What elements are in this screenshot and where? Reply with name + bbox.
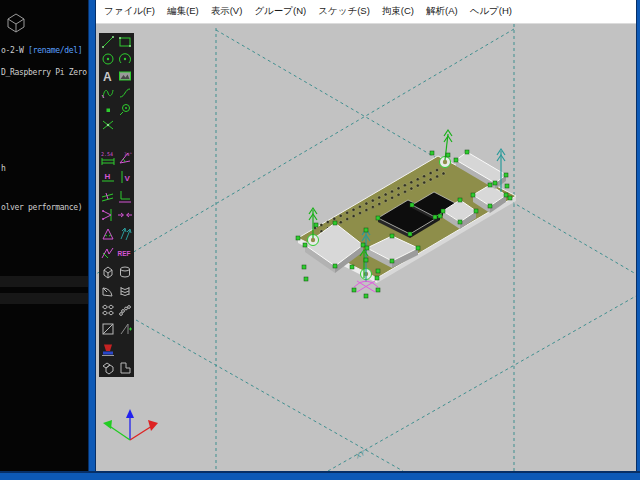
menu-file[interactable]: ファイル(F) (98, 5, 161, 18)
menu-view[interactable]: 表示(V) (205, 5, 249, 18)
menu-bar: ファイル(F) 編集(E) 表示(V) グループ(N) スケッチ(S) 拘束(C… (96, 0, 636, 24)
browser-row-highlight (0, 293, 88, 304)
menu-help[interactable]: ヘルプ(H) (464, 5, 518, 18)
browser-group-line: o-2-W [rename/del] (1, 46, 82, 55)
window-border-bottom (0, 471, 640, 480)
window-divider (88, 0, 96, 471)
menu-constrain[interactable]: 拘束(C) (376, 5, 420, 18)
pcb-model[interactable] (296, 130, 516, 298)
origin-marker[interactable] (354, 281, 378, 292)
home-cube-icon[interactable] (3, 11, 29, 35)
menu-group[interactable]: グループ(N) (248, 5, 312, 18)
rename-del-link[interactable]: [rename/del] (28, 46, 82, 55)
browser-mesh-line: h (1, 164, 6, 173)
graphics-viewport[interactable]: XY (96, 24, 636, 471)
viewport-scene[interactable]: XY (96, 24, 636, 471)
svg-text:REF: REF (118, 250, 131, 257)
reference-dimension-icon[interactable]: REF (118, 250, 131, 257)
svg-text:H: H (105, 172, 111, 181)
browser-solver-line: olver performance) (1, 203, 82, 212)
menu-analyze[interactable]: 解析(A) (420, 5, 464, 18)
svg-text:A: A (103, 70, 112, 84)
browser-panel[interactable]: o-2-W [rename/del] D_Raspberry Pi Zero h… (0, 0, 88, 471)
point-tool-icon[interactable] (107, 109, 111, 113)
axis-triad (103, 409, 158, 440)
svg-text:2.54: 2.54 (101, 151, 113, 157)
image-tool-icon[interactable] (120, 72, 131, 80)
solvespace-window: o-2-W [rename/del] D_Raspberry Pi Zero h… (0, 0, 640, 480)
svg-text:V: V (125, 174, 131, 183)
toolbar: A 2.54 (99, 33, 134, 377)
text-tool-icon[interactable]: A (103, 70, 112, 84)
browser-file-line: D_Raspberry Pi Zero (1, 68, 87, 77)
menu-edit[interactable]: 編集(E) (161, 5, 205, 18)
browser-row-highlight (0, 276, 88, 287)
window-border-right (636, 0, 640, 471)
menu-sketch[interactable]: スケッチ(S) (312, 5, 376, 18)
